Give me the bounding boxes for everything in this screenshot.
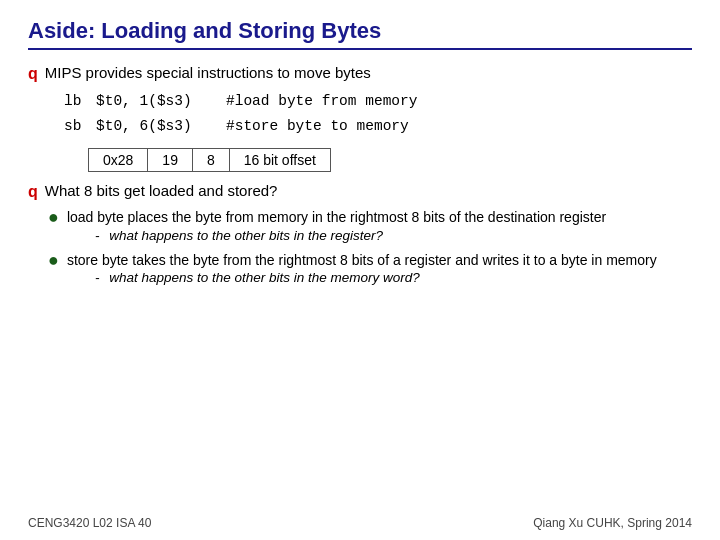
code-lb-comment: #load byte from memory (226, 89, 417, 114)
bullet-2-dot: ● (48, 249, 59, 272)
q1-text: MIPS provides special instructions to mo… (45, 64, 371, 81)
footer-right: Qiang Xu CUHK, Spring 2014 (533, 516, 692, 530)
bit-col-1: 19 (148, 149, 193, 172)
bullet-2-sub: - what happens to the other bits in the … (95, 270, 657, 285)
bit-col-0: 0x28 (89, 149, 148, 172)
code-lb-args: $t0, 1($s3) (96, 89, 226, 114)
bit-table: 0x28 19 8 16 bit offset (88, 148, 692, 172)
footer-left: CENG3420 L02 ISA 40 (28, 516, 151, 530)
bullet-1-sub: - what happens to the other bits in the … (95, 228, 606, 243)
bullet-2-text: store byte takes the byte from the right… (67, 250, 657, 270)
q1-bullet: q (28, 65, 38, 83)
code-lb-instr: lb (64, 89, 96, 114)
bit-col-2: 8 (192, 149, 229, 172)
code-sb-comment: #store byte to memory (226, 114, 409, 139)
bullet-1-dot: ● (48, 206, 59, 229)
footer: CENG3420 L02 ISA 40 Qiang Xu CUHK, Sprin… (28, 516, 692, 530)
code-sb-instr: sb (64, 114, 96, 139)
title: Aside: Loading and Storing Bytes (28, 18, 692, 50)
bit-col-3: 16 bit offset (229, 149, 330, 172)
q2-bullet: q (28, 183, 38, 201)
bullet-1-text: load byte places the byte from memory in… (67, 207, 606, 227)
q2-text: What 8 bits get loaded and stored? (45, 182, 278, 199)
bullet-1: ● load byte places the byte from memory … (48, 207, 692, 245)
bullet-2: ● store byte takes the byte from the rig… (48, 250, 692, 288)
code-sb-args: $t0, 6($s3) (96, 114, 226, 139)
